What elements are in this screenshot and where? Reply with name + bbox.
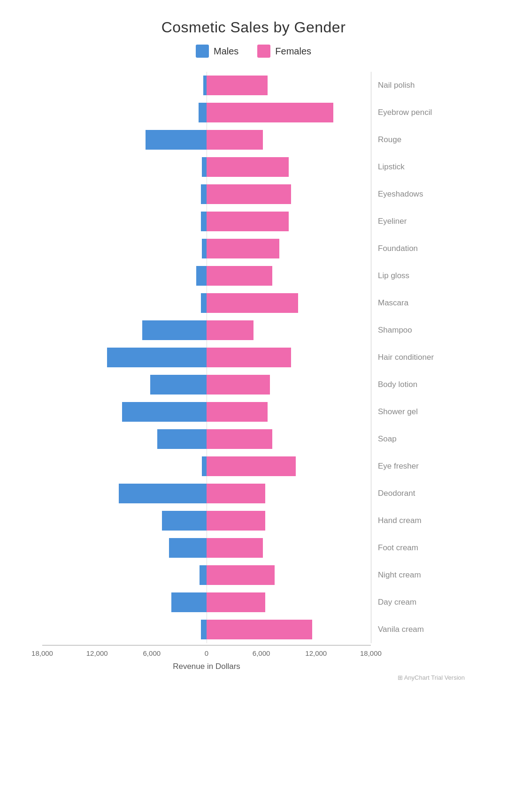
x-axis: 18,00012,0006,00006,00012,00018,000 (42, 645, 371, 657)
bar-row (42, 99, 371, 126)
males-bar (119, 484, 207, 503)
bar-label: Vanila cream (371, 616, 465, 643)
legend-females: Females (257, 45, 311, 58)
bar-row (42, 507, 371, 534)
females-bar (207, 538, 263, 558)
males-bar (150, 375, 207, 395)
bar-label: Shampoo (371, 317, 465, 344)
females-bar (207, 130, 263, 150)
females-bar (207, 266, 272, 286)
females-bar (207, 103, 333, 122)
males-swatch (196, 45, 209, 58)
watermark: ⊞ AnyChart Trial Version (42, 674, 465, 681)
bar-label: Mascara (371, 289, 465, 317)
bar-label: Body lotion (371, 371, 465, 398)
labels-section: Nail polishEyebrow pencilRougeLipstickEy… (371, 72, 465, 643)
bar-label: Shower gel (371, 398, 465, 425)
x-axis-tick: 18,000 (28, 649, 56, 657)
females-swatch (257, 45, 270, 58)
bar-row (42, 616, 371, 643)
males-bar (171, 592, 207, 612)
males-bar (146, 130, 207, 150)
bar-row (42, 126, 371, 153)
bar-label: Deodorant (371, 480, 465, 507)
bar-label: Rouge (371, 126, 465, 153)
males-bar (202, 456, 207, 476)
bar-label: Eyebrow pencil (371, 99, 465, 126)
males-bar (199, 103, 207, 122)
females-bar (207, 212, 289, 231)
bar-row (42, 398, 371, 425)
x-axis-tick: 6,000 (138, 649, 166, 657)
bar-row (42, 562, 371, 589)
females-bar (207, 184, 291, 204)
chart-area: Nail polishEyebrow pencilRougeLipstickEy… (42, 72, 465, 643)
bar-label: Soap (371, 425, 465, 453)
bar-row (42, 425, 371, 453)
males-bar (201, 620, 207, 639)
bar-label: Hand cream (371, 507, 465, 534)
males-bar (201, 212, 207, 231)
females-bar (207, 320, 254, 340)
females-bar (207, 592, 265, 612)
bar-row (42, 153, 371, 181)
x-axis-area: 18,00012,0006,00006,00012,00018,000 Reve… (42, 645, 465, 671)
x-axis-tick: 6,000 (247, 649, 276, 657)
bar-row (42, 589, 371, 616)
males-bar (157, 429, 207, 449)
bars-section (42, 72, 371, 643)
chart-container: Cosmetic Sales by Gender Males Females N… (42, 19, 465, 681)
females-bar (207, 348, 291, 367)
bar-label: Eyeliner (371, 208, 465, 235)
males-bar (107, 348, 207, 367)
males-bar (201, 184, 207, 204)
females-bar (207, 76, 268, 95)
females-bar (207, 293, 298, 313)
bar-row (42, 289, 371, 317)
males-bar (122, 402, 207, 422)
females-bar (207, 375, 270, 395)
females-bar (207, 402, 268, 422)
females-bar (207, 429, 272, 449)
males-bar (200, 565, 207, 585)
males-bar (169, 538, 207, 558)
chart-legend: Males Females (42, 45, 465, 58)
males-bar (202, 157, 207, 177)
bar-row (42, 235, 371, 262)
bar-label: Nail polish (371, 72, 465, 99)
bar-label: Lip gloss (371, 262, 465, 289)
bar-label: Foundation (371, 235, 465, 262)
x-axis-tick: 18,000 (357, 649, 385, 657)
males-bar (196, 266, 207, 286)
bar-label: Eye fresher (371, 453, 465, 480)
bar-label: Hair conditioner (371, 344, 465, 371)
bar-row (42, 72, 371, 99)
chart-title: Cosmetic Sales by Gender (42, 19, 465, 36)
males-bar (203, 76, 207, 95)
bar-label: Eyeshadows (371, 181, 465, 208)
bar-row (42, 317, 371, 344)
legend-males: Males (196, 45, 238, 58)
bar-label: Night cream (371, 562, 465, 589)
females-bar (207, 157, 289, 177)
bar-row (42, 208, 371, 235)
bar-row (42, 534, 371, 562)
bar-row (42, 480, 371, 507)
females-bar (207, 511, 265, 531)
females-bar (207, 565, 275, 585)
males-bar (162, 511, 207, 531)
females-label: Females (275, 46, 311, 57)
x-axis-tick: 12,000 (83, 649, 111, 657)
females-bar (207, 239, 279, 258)
bar-row (42, 453, 371, 480)
males-label: Males (214, 46, 238, 57)
males-bar (142, 320, 207, 340)
bar-row (42, 262, 371, 289)
x-axis-tick: 12,000 (302, 649, 330, 657)
bar-label: Lipstick (371, 153, 465, 181)
x-axis-tick: 0 (192, 649, 221, 657)
males-bar (202, 239, 207, 258)
bar-row (42, 371, 371, 398)
bar-row (42, 344, 371, 371)
bar-label: Day cream (371, 589, 465, 616)
